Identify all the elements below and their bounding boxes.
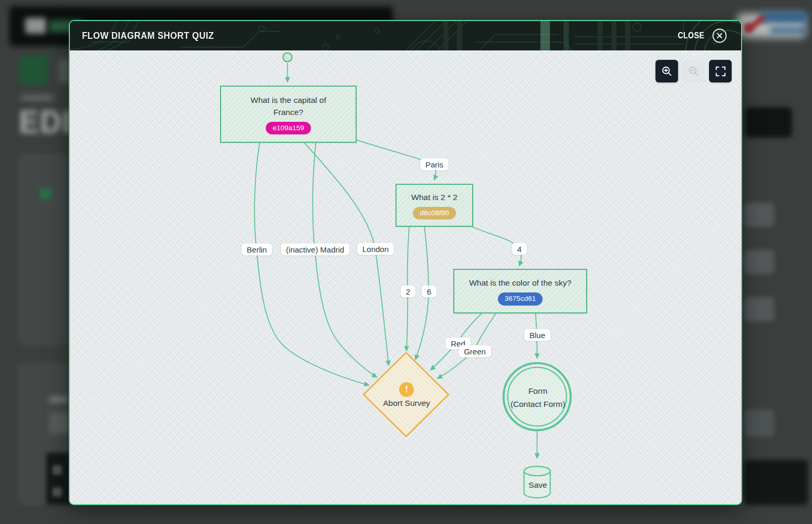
edge-label-paris: Paris [420, 159, 449, 171]
edge-label-blue: Blue [524, 329, 550, 341]
save-node-label: Save [528, 480, 547, 490]
diagram-toolbar [655, 60, 732, 82]
modal-title: FLOW DIAGRAM SHORT QUIZ [70, 30, 214, 41]
flow-edges-layer [70, 50, 741, 504]
question-node-france[interactable]: What is the capital of France? e109a159 [220, 86, 357, 143]
edge-label-london: London [357, 243, 394, 255]
question-node-multiply[interactable]: What is 2 * 2 d8c06f90 [395, 184, 473, 227]
backdrop-panel [18, 153, 69, 345]
node-id-badge: e109a159 [266, 122, 311, 134]
backdrop-brand-blue-line [770, 27, 807, 34]
backdrop-form-row [744, 297, 774, 321]
start-node[interactable] [283, 53, 292, 61]
backdrop-dark-box [744, 460, 808, 505]
backdrop-brand-blue [761, 12, 807, 23]
edge-label-green: Green [459, 345, 491, 358]
question-text: What is the capital of France? [236, 94, 341, 118]
edge-label-four: 4 [512, 243, 527, 255]
modal-header: FLOW DIAGRAM SHORT QUIZ CLOSE [70, 21, 741, 50]
save-node-top [524, 466, 550, 476]
backdrop-field [49, 413, 70, 434]
magnifier-minus-icon [688, 65, 700, 77]
backdrop-green-square [19, 56, 48, 85]
close-button[interactable]: CLOSE [672, 24, 738, 48]
edge-madrid [313, 143, 377, 378]
form-node-label: Form (Contact Form) [511, 384, 565, 411]
backdrop-logo-mark [25, 18, 46, 34]
fullscreen-icon [715, 66, 726, 77]
close-icon [712, 28, 727, 44]
magnifier-plus-icon [661, 65, 673, 77]
close-button-label: CLOSE [678, 31, 705, 40]
backdrop-breadcrumb-bar [21, 96, 54, 100]
abort-node-label: Abort Survey [383, 399, 430, 408]
form-node-line1: Form [511, 384, 565, 397]
question-node-sky[interactable]: What is the color of the sky? 3675cd61 [453, 269, 587, 313]
backdrop-dark-button [745, 107, 792, 138]
node-id-badge: 3675cd61 [498, 292, 543, 305]
edge-label-berlin: Berlin [242, 244, 272, 256]
edge-label-six: 6 [422, 286, 436, 298]
diagram-canvas: What is the capital of France? e109a159 … [70, 50, 741, 504]
backdrop-code-box [46, 453, 71, 505]
zoom-out-button[interactable] [682, 60, 705, 82]
backdrop-form-row [744, 250, 774, 274]
edge-berlin [255, 143, 369, 385]
node-id-badge: d8c06f90 [413, 207, 456, 219]
backdrop-checkbox [40, 188, 51, 200]
form-node-line2: (Contact Form) [511, 397, 565, 411]
flow-diagram-modal: FLOW DIAGRAM SHORT QUIZ CLOSE [69, 20, 742, 505]
question-text: What is 2 * 2 [411, 191, 457, 203]
edge-label-two: 2 [401, 286, 415, 298]
backdrop-bar [744, 410, 774, 437]
zoom-in-button[interactable] [655, 60, 678, 82]
warning-icon: ! [399, 382, 414, 397]
backdrop-icon-dot [53, 487, 62, 497]
fullscreen-button[interactable] [709, 60, 732, 82]
question-text: What is the color of the sky? [469, 277, 571, 289]
backdrop-field-label [49, 397, 68, 402]
edge-label-madrid: (inactive) Madrid [281, 244, 350, 256]
backdrop-form-row [744, 203, 774, 227]
backdrop-icon-dot [53, 465, 62, 475]
